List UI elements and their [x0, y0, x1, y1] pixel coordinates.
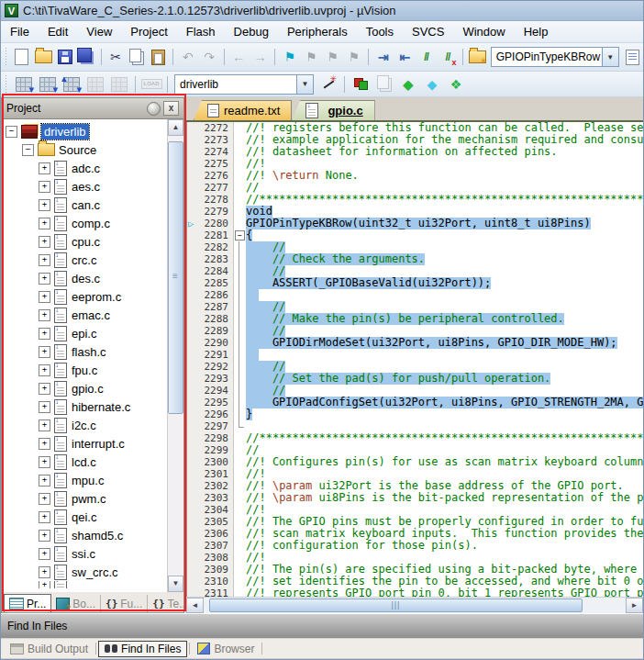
indent-left-icon[interactable]: ⇤	[395, 46, 415, 68]
chevron-down-icon[interactable]: ▼	[602, 48, 618, 66]
toolbar-grip[interactable]	[4, 48, 8, 67]
filter-icon[interactable]: ◆	[421, 73, 443, 95]
menu-item-svcs[interactable]: SVCS	[403, 22, 453, 42]
tree-expander-icon[interactable]: +	[39, 364, 50, 376]
close-icon[interactable]: x	[163, 101, 179, 116]
scroll-up-icon[interactable]: ▲	[168, 119, 183, 136]
menu-item-debug[interactable]: Debug	[225, 22, 278, 42]
menu-item-project[interactable]: Project	[121, 22, 176, 42]
chevron-down-icon[interactable]: ▼	[296, 75, 313, 94]
tab-functions[interactable]: {}Fu...	[101, 595, 148, 612]
tree-row[interactable]: +hibernate.c	[2, 397, 167, 416]
tree-expander-icon[interactable]: +	[39, 236, 50, 248]
tree-row[interactable]: +qei.c	[2, 508, 167, 526]
fold-marker-icon[interactable]	[234, 229, 246, 241]
indent-right-icon[interactable]: ⇥	[373, 46, 393, 68]
open-file-icon[interactable]	[34, 46, 53, 68]
tree-expander-icon[interactable]: +	[39, 309, 50, 321]
tree-row[interactable]: +flash.c	[2, 342, 167, 361]
tree-row[interactable]: +sw_crc.c	[2, 563, 167, 581]
breakpoints-icon[interactable]: ◆	[397, 73, 419, 95]
pin-icon[interactable]	[147, 102, 161, 116]
tab-browser[interactable]: Browser	[192, 642, 260, 656]
tree-expander-icon[interactable]: +	[39, 199, 50, 211]
start-stop-debug-icon[interactable]	[350, 73, 372, 95]
tree-expander-icon[interactable]: +	[39, 548, 50, 560]
tree-expander-icon[interactable]: +	[39, 530, 50, 542]
copy-icon[interactable]	[128, 46, 147, 68]
cut-icon[interactable]: ✂	[105, 46, 125, 68]
tab-build-output[interactable]: Build Output	[5, 642, 94, 656]
tree-expander-icon[interactable]: +	[39, 218, 50, 229]
scroll-down-icon[interactable]: ▼	[168, 576, 183, 592]
tree-row[interactable]: +pwm.c	[2, 489, 167, 508]
tree-expander-icon[interactable]: +	[39, 566, 50, 578]
tree-row[interactable]: +can.c	[2, 196, 167, 214]
tree-row[interactable]: +interrupt.c	[2, 434, 167, 453]
toolbar-grip[interactable]	[4, 75, 9, 93]
build-icon[interactable]	[37, 73, 59, 95]
tree-expander-icon[interactable]: +	[39, 401, 50, 413]
menu-item-edit[interactable]: Edit	[39, 22, 77, 42]
configure-editor-icon[interactable]	[623, 46, 642, 68]
tree-row[interactable]: +mpu.c	[2, 471, 167, 489]
tree-expander-icon[interactable]: +	[39, 273, 50, 285]
tree-expander-icon[interactable]: −	[6, 126, 17, 138]
options-for-target-icon[interactable]	[317, 73, 339, 95]
analysis-windows-icon[interactable]: ❖	[445, 73, 467, 95]
paste-icon[interactable]	[149, 46, 168, 68]
rebuild-all-icon[interactable]	[61, 73, 83, 95]
menu-item-tools[interactable]: Tools	[357, 22, 403, 42]
tab-gpio[interactable]: gpio.c	[292, 100, 374, 120]
tree-row[interactable]: −Source	[2, 140, 167, 159]
tab-books[interactable]: Bo...	[51, 595, 101, 612]
find-in-files-icon[interactable]	[467, 46, 486, 68]
save-icon[interactable]	[55, 46, 74, 68]
menu-item-peripherals[interactable]: Peripherals	[278, 22, 357, 42]
tree-expander-icon[interactable]: +	[39, 438, 50, 450]
menu-item-help[interactable]: Help	[515, 22, 558, 42]
tree-row[interactable]: +cpu.c	[2, 232, 167, 251]
function-search-combo[interactable]: GPIOPinTypeKBRow▼	[491, 47, 619, 67]
menu-item-flash[interactable]: Flash	[177, 22, 225, 42]
tree-row[interactable]: +i2c.c	[2, 416, 167, 434]
menu-item-view[interactable]: View	[77, 22, 121, 42]
tab-readme[interactable]: readme.txt	[194, 100, 292, 120]
tree-row[interactable]: +crc.c	[2, 251, 167, 269]
tree-expander-icon[interactable]: +	[39, 346, 50, 358]
tree-row[interactable]: +comp.c	[2, 214, 167, 232]
tree-expander-icon[interactable]: +	[39, 162, 50, 174]
tree-row[interactable]: +lcd.c	[2, 453, 167, 471]
tree-row[interactable]: +ssi.c	[2, 544, 167, 563]
tree-row[interactable]: +des.c	[2, 269, 167, 287]
tree-expander-icon[interactable]: +	[39, 456, 50, 468]
comment-selection-icon[interactable]: //	[416, 46, 436, 68]
tab-find-in-files[interactable]: Find In Files	[98, 641, 187, 657]
tree-scroll-thumb[interactable]	[168, 141, 183, 414]
editor-hscrollbar[interactable]: ◄ ||| ►	[186, 597, 643, 613]
tree-expander-icon[interactable]: +	[39, 383, 50, 395]
tree-row[interactable]: +eeprom.c	[2, 287, 167, 306]
tree-expander-icon[interactable]: +	[39, 254, 50, 266]
tree-row[interactable]: +epi.c	[2, 324, 167, 342]
save-all-icon[interactable]	[76, 46, 95, 68]
tree-expander-icon[interactable]: +	[39, 328, 50, 340]
tree-expander-icon[interactable]: +	[39, 181, 50, 193]
tree-expander-icon[interactable]: +	[39, 475, 50, 487]
toggle-bookmark-icon[interactable]: ⚑	[280, 46, 299, 68]
tree-expander-icon[interactable]: +	[39, 493, 50, 505]
tree-row[interactable]: +aes.c	[2, 177, 167, 196]
translate-icon[interactable]	[13, 73, 35, 95]
editor-scroll-thumb[interactable]: |||	[209, 598, 583, 612]
tree-expander-icon[interactable]: +	[39, 419, 50, 431]
code-editor[interactable]: 2272//! registers before this function c…	[186, 122, 643, 597]
tree-scrollbar[interactable]: ▲ ▼	[167, 119, 183, 592]
target-select-combo[interactable]: driverlib▼	[174, 74, 314, 95]
tree-expander-icon[interactable]: +	[39, 511, 50, 523]
tab-project[interactable]: Pr...	[4, 594, 51, 612]
uncomment-selection-icon[interactable]: //	[438, 46, 457, 68]
tree-row[interactable]: +emac.c	[2, 306, 167, 324]
tree-row[interactable]: +adc.c	[2, 159, 167, 177]
tree-expander-icon[interactable]: −	[22, 144, 34, 156]
new-file-icon[interactable]	[12, 46, 31, 68]
